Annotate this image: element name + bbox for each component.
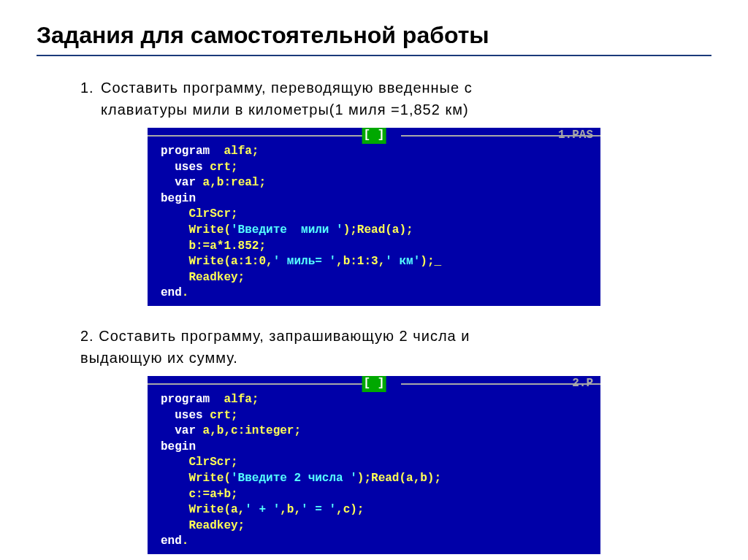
task-2-num: 2. — [80, 328, 94, 344]
task-2-line2: выдающую их сумму. — [80, 350, 238, 366]
code-kw: end — [161, 534, 182, 548]
code-id: . — [182, 286, 189, 299]
code-kw: program — [161, 393, 210, 406]
code-kw: begin — [161, 440, 196, 453]
code-id: ClrScr; — [161, 207, 238, 220]
code-block-2: [ ] 2.P program alfa; uses crt; var a,b,… — [148, 376, 600, 554]
task-1-line1: Составить программу, переводящую введенн… — [101, 80, 473, 96]
code2-titleblock: [ ] — [362, 376, 386, 392]
code1-body: program alfa; uses crt; var a,b:real; be… — [148, 144, 600, 302]
titlebar-line-left — [148, 383, 365, 385]
code-str: ' + ' — [245, 503, 280, 516]
code-id: a,b:real; — [196, 176, 266, 189]
code-str: ' км' — [385, 255, 420, 268]
code-block-1: [ ] 1.PAS program alfa; uses crt; var a,… — [148, 128, 600, 306]
code1-titlebar: [ ] 1.PAS — [148, 129, 600, 144]
code-id: Readkey; — [161, 519, 245, 532]
titlebar-line-right — [401, 383, 600, 385]
slide-title: Задания для самостоятельной работы — [37, 22, 711, 49]
code-id: crt; — [203, 409, 238, 422]
code-id: ); — [420, 255, 434, 268]
code-id: );Read(a,b); — [357, 472, 441, 485]
code-id: crt; — [203, 161, 238, 174]
code-kw: var — [161, 424, 196, 437]
code-id: . — [182, 534, 189, 548]
code2-filename: 2.P — [572, 376, 593, 392]
code-id: alfa; — [210, 145, 259, 158]
code-kw: program — [161, 145, 210, 158]
task-1-line2: клавиатуры мили в километры(1 миля =1,85… — [101, 101, 469, 118]
code-id: ,b:1:3, — [336, 255, 385, 268]
content-area: 1.Составить программу, переводящую введе… — [37, 77, 711, 554]
code-id: ,b, — [280, 503, 301, 516]
code1-filename: 1.PAS — [558, 128, 593, 144]
slide-container: Задания для самостоятельной работы 1.Сос… — [0, 0, 748, 560]
code-kw: end — [161, 286, 182, 299]
task-2-line1: Составить программу, запрашивающую 2 чис… — [99, 328, 470, 344]
code-str: 'Введите мили ' — [231, 223, 343, 237]
code-kw: begin — [161, 192, 196, 205]
title-underline — [37, 55, 711, 56]
code-id: ClrScr; — [161, 456, 238, 469]
code1-titleblock: [ ] — [362, 128, 386, 144]
code-kw: var — [161, 176, 196, 189]
code2-body: program alfa; uses crt; var a,b,c:intege… — [148, 392, 600, 550]
code2-titlebar: [ ] 2.P — [148, 377, 600, 392]
code-str: ' миль= ' — [273, 255, 336, 268]
task-2: 2. Составить программу, запрашивающую 2 … — [80, 325, 668, 369]
code-id: Write(a:1:0, — [161, 255, 273, 268]
cursor-icon: _ — [434, 255, 441, 268]
titlebar-line-left — [148, 135, 365, 137]
task-1-num: 1. — [80, 77, 101, 99]
code-kw: uses — [161, 161, 203, 174]
code-id: alfa; — [210, 393, 259, 406]
code-id: ,c); — [336, 503, 364, 516]
code-id: );Read(a); — [343, 223, 413, 237]
code-id: a,b,c:integer; — [196, 424, 301, 437]
code-id: c:=a+b; — [161, 488, 238, 501]
task-1: 1.Составить программу, переводящую введе… — [80, 77, 668, 120]
code-str: 'Введите 2 числа ' — [231, 472, 357, 485]
code-kw: uses — [161, 409, 203, 422]
code-id: Write( — [161, 472, 231, 485]
code-str: ' = ' — [301, 503, 336, 516]
code-id: Readkey; — [161, 271, 245, 284]
code-id: Write(a, — [161, 503, 245, 516]
code-id: b:=a*1.852; — [161, 239, 266, 253]
code-id: Write( — [161, 223, 231, 237]
